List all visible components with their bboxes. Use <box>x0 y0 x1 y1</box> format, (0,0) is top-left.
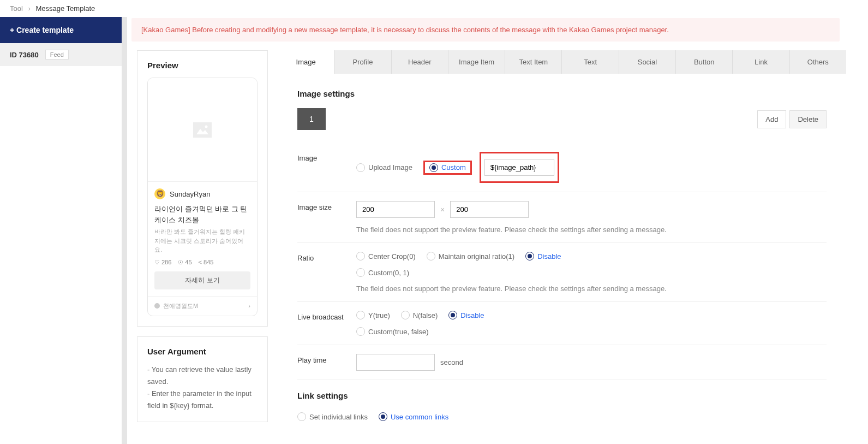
form-area: Image settings 1 Add Delete Image <box>278 74 846 444</box>
radio-icon <box>429 163 438 172</box>
radio-icon <box>525 252 534 261</box>
breadcrumb-current: Message Template <box>35 4 95 13</box>
radio-maintain-ratio[interactable]: Maintain original ratio(1) <box>427 252 514 261</box>
preview-footer[interactable]: 천애명월도M › <box>148 296 257 316</box>
radio-icon <box>356 163 365 172</box>
preview-subtext: 바라만 봐도 즐거워지는 힐링 패키지에는 시크릿 스토리가 숨어있어요. <box>154 227 250 254</box>
radio-common-links[interactable]: Use common links <box>379 412 448 421</box>
helper-image-size: The field does not support the preview f… <box>356 226 827 234</box>
feed-badge: Feed <box>45 50 69 60</box>
link-settings-title: Link settings <box>297 391 827 400</box>
shares-stat: < 845 <box>199 259 214 266</box>
chevron-right-icon: › <box>248 303 250 309</box>
preview-image-placeholder <box>148 78 257 182</box>
radio-icon <box>356 268 365 277</box>
label-image: Image <box>297 152 356 183</box>
label-image-size: Image size <box>297 201 356 234</box>
radio-custom-image[interactable]: Custom <box>429 163 466 172</box>
radio-live-disable[interactable]: Disable <box>448 311 484 319</box>
user-argument-line1: - You can retrieve the value lastly save… <box>147 364 258 388</box>
radio-icon <box>356 311 365 319</box>
radio-icon <box>356 252 365 261</box>
label-ratio: Ratio <box>297 252 356 293</box>
image-height-input[interactable] <box>450 201 529 218</box>
svg-point-2 <box>205 125 208 128</box>
scrollbar[interactable] <box>122 17 127 444</box>
helper-ratio: The field does not support the preview f… <box>356 285 827 293</box>
preview-title: Preview <box>147 61 258 70</box>
likes-stat: ♡ 286 <box>154 259 171 266</box>
template-id-label: ID 73680 <box>10 51 39 59</box>
radio-ratio-custom[interactable]: Custom(0, 1) <box>356 268 409 277</box>
radio-icon <box>448 311 457 319</box>
radio-icon <box>356 327 365 336</box>
svg-rect-0 <box>193 122 212 138</box>
avatar-icon: 🦁 <box>154 188 165 199</box>
dot-icon <box>154 303 160 309</box>
preview-detail-button[interactable]: 자세히 보기 <box>154 271 250 289</box>
sidebar: + Create template ID 73680 Feed <box>0 17 122 444</box>
radio-live-y[interactable]: Y(true) <box>356 311 390 319</box>
user-argument-panel: User Argument - You can retrieve the val… <box>137 336 268 422</box>
radio-live-n[interactable]: N(false) <box>401 311 438 319</box>
times-icon: × <box>440 205 445 214</box>
image-settings-title: Image settings <box>297 89 827 98</box>
preview-author-name: SundayRyan <box>170 190 210 198</box>
radio-icon <box>379 412 387 421</box>
highlight-image-path <box>480 152 559 183</box>
preview-author: 🦁 SundayRyan <box>154 188 250 199</box>
radio-icon <box>401 311 410 319</box>
radio-individual-links[interactable]: Set individual links <box>297 412 368 421</box>
image-icon <box>193 122 212 138</box>
comments-stat: ☉ 45 <box>178 259 191 266</box>
user-argument-title: User Argument <box>147 347 258 356</box>
image-width-input[interactable] <box>356 201 435 218</box>
radio-icon <box>297 412 306 421</box>
add-button[interactable]: Add <box>757 110 786 128</box>
create-template-button[interactable]: + Create template <box>0 17 122 43</box>
radio-ratio-disable[interactable]: Disable <box>525 252 561 261</box>
user-argument-line2: - Enter the parameter in the input field… <box>147 388 258 412</box>
alert-banner: [Kakao Games] Before creating and modify… <box>131 18 840 42</box>
image-index-1[interactable]: 1 <box>297 108 326 130</box>
breadcrumb: Tool › Message Template <box>0 0 868 17</box>
preview-headline: 라이언이 즐겨먹던 바로 그 틴케이스 치즈볼 <box>154 204 250 225</box>
radio-icon <box>427 252 435 261</box>
breadcrumb-root[interactable]: Tool <box>10 4 23 13</box>
play-time-unit: second <box>440 358 463 366</box>
radio-center-crop[interactable]: Center Crop(0) <box>356 252 416 261</box>
highlight-custom: Custom <box>423 161 472 175</box>
template-id-row[interactable]: ID 73680 Feed <box>0 43 122 66</box>
radio-live-custom[interactable]: Custom(true, false) <box>356 327 429 336</box>
chevron-right-icon: › <box>28 4 30 13</box>
preview-stats: ♡ 286 ☉ 45 < 845 <box>154 259 250 266</box>
preview-card: 🦁 SundayRyan 라이언이 즐겨먹던 바로 그 틴케이스 치즈볼 바라만… <box>147 78 258 316</box>
delete-button[interactable]: Delete <box>789 110 827 128</box>
label-live: Live broadcast <box>297 311 356 336</box>
image-path-input[interactable] <box>484 159 554 176</box>
radio-upload-image[interactable]: Upload Image <box>356 163 412 172</box>
preview-panel: Preview 🦁 SundayRyan 라이언이 즐겨먹던 바로 그 틴케이스… <box>137 50 268 327</box>
label-play-time: Play time <box>297 354 356 371</box>
play-time-input[interactable] <box>356 354 435 371</box>
